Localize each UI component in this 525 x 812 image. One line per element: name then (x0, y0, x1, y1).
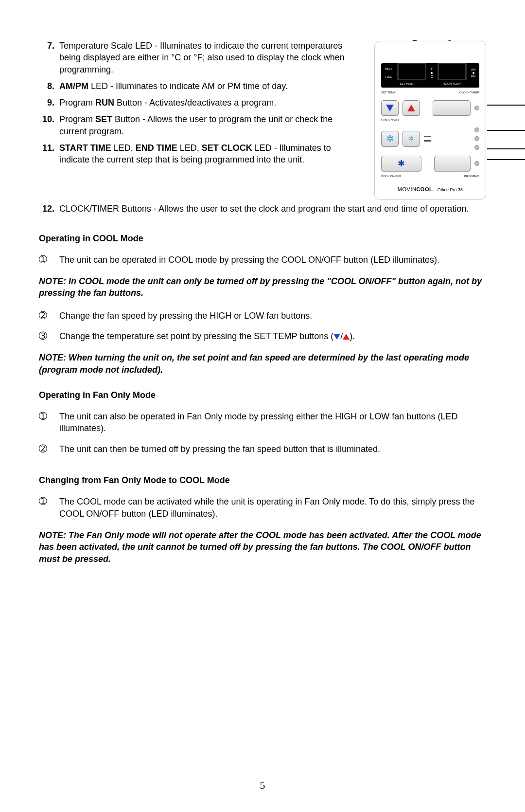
text: LED, (111, 143, 136, 153)
bold: END TIME (136, 143, 177, 153)
callout-leader (487, 130, 525, 131)
section-heading-cool: Operating in COOL Mode (39, 233, 486, 244)
control-panel-figure: 7 8 12 11 9 10 (365, 39, 486, 200)
temp-up-button[interactable] (402, 100, 420, 116)
text: Change the temperature set point by pres… (59, 331, 333, 341)
tank-label: TANK (385, 67, 393, 72)
callout-leader (487, 148, 525, 149)
list-item-10: 10. Program SET Button - Allows the user… (39, 112, 353, 141)
item-number: 11. (39, 142, 54, 166)
fan-icon: ✲ (386, 133, 394, 144)
item-number: 7. (39, 40, 54, 75)
f-led-label: F (431, 67, 433, 72)
item-body: START TIME LED, END TIME LED, SET CLOCK … (59, 142, 353, 166)
callout-11: 11 (487, 125, 525, 136)
step-mark: ➂ (39, 330, 50, 342)
item-number: 12. (39, 203, 54, 215)
program-run-led (474, 161, 479, 166)
ampm-leds: AM PM (471, 68, 475, 78)
am-led-label: AM (471, 68, 475, 72)
section-heading-fan: Operating in Fan Only Mode (39, 389, 486, 401)
callout-9: 9 (487, 143, 525, 155)
clock-timer-button[interactable] (433, 100, 471, 116)
step: ➁The unit can then be turned off by pres… (39, 440, 486, 461)
triangle-down-icon (333, 334, 340, 340)
bold: RUN (95, 98, 114, 108)
note-cool-2: NOTE: When turning the unit on, the set … (39, 352, 486, 376)
item-number: 9. (39, 97, 54, 108)
list-item-9: 9. Program RUN Button - Activates/deacti… (39, 96, 353, 112)
program-label: PROGRAM (464, 174, 479, 178)
cool-onoff-button[interactable]: ✱ (381, 156, 421, 171)
text: ). (350, 331, 355, 341)
item-body: Program RUN Button - Activates/deactivat… (59, 97, 353, 108)
step-text: The unit can then be turned off by press… (59, 443, 486, 455)
bold: START TIME (59, 143, 111, 153)
triangle-up-icon (343, 334, 350, 340)
program-set-button[interactable] (434, 156, 471, 171)
settemp-label: SET TEMP (381, 90, 396, 94)
brand-dot: . (433, 186, 435, 192)
text: Button - Activates/deactivates a program… (114, 98, 276, 108)
note-cool-1: NOTE: In COOL mode the unit can only be … (39, 275, 486, 299)
top-row: 7. Temperature Scale LED - Illuminates t… (39, 39, 486, 200)
model-name: Office Pro 36 (438, 187, 463, 192)
bold: SET CLOCK (202, 143, 252, 153)
numbered-list-column: 7. Temperature Scale LED - Illuminates t… (39, 39, 353, 170)
fan-high-button[interactable]: ✲ (381, 131, 399, 146)
setpoint-display (397, 63, 426, 80)
callout-10: 10 (487, 154, 525, 165)
page-number: 5 (0, 778, 525, 793)
item-number: 8. (39, 80, 54, 92)
step-mark: ➀ (39, 411, 50, 434)
setpoint-label: SET POINT (400, 82, 415, 86)
callout-12: 12 (487, 99, 525, 111)
fan-low-button[interactable]: ✲ (402, 131, 420, 146)
fanonoff-label: FAN ON/OFF (381, 118, 479, 122)
cool-steps-2: ➁Change the fan speed by pressing the HI… (39, 307, 486, 348)
step-mark: ➁ (39, 443, 50, 455)
button-row-temp (381, 100, 479, 116)
step-text: The unit can also be operated in Fan Onl… (59, 411, 486, 434)
step: ➂ Change the temperature set point by pr… (39, 327, 486, 348)
brand-cool: COOL (416, 186, 433, 192)
item-body: CLOCK/TIMER Buttons - Allows the user to… (59, 203, 486, 215)
step-mark: ➁ (39, 310, 50, 322)
led-dot (431, 72, 433, 74)
text: Program (59, 98, 95, 108)
step-text: The unit can be operated in COOL mode by… (59, 254, 486, 266)
coolonoff-label: COOL ON/OFF (381, 174, 401, 178)
clock-timer-led (474, 106, 479, 110)
fan-icon: ✲ (409, 135, 414, 143)
item-body: Temperature Scale LED - Illuminates to i… (59, 40, 353, 75)
bold: SET (95, 114, 112, 124)
temp-down-button[interactable] (381, 100, 399, 116)
brand-movin: MOVIN (398, 186, 417, 192)
feature-list-cont: 12. CLOCK/TIMER Buttons - Allows the use… (39, 202, 486, 218)
step-mark: ➀ (39, 254, 50, 266)
item-number: 10. (39, 113, 54, 137)
program-leds (474, 127, 479, 150)
clocktimer-label: CLOCK/TIMER (459, 90, 479, 94)
text: LED - Illuminates to indicate AM or PM t… (88, 81, 288, 91)
bold: AM/PM (59, 81, 88, 91)
step: ➀The COOL mode can be activated while th… (39, 493, 486, 525)
snowflake-icon: ✱ (398, 158, 405, 169)
step: ➀The unit can also be operated in Fan On… (39, 408, 486, 440)
led-dot (472, 72, 474, 74)
triangle-down-icon (386, 105, 394, 111)
step-mark: ➀ (39, 496, 50, 520)
step: ➁Change the fan speed by pressing the HI… (39, 307, 486, 327)
button-row-fan: ✲ ✲ (381, 127, 479, 150)
control-panel: TANK FULL F C AM (374, 41, 486, 200)
item-body: Program SET Button - Allows the user to … (59, 113, 353, 137)
text: Program (59, 114, 95, 124)
brand-line: MOVINCOOL.Office Pro 36 (381, 186, 479, 193)
pm-led-label: PM (471, 74, 475, 78)
list-item-7: 7. Temperature Scale LED - Illuminates t… (39, 39, 353, 79)
list-item-12: 12. CLOCK/TIMER Buttons - Allows the use… (39, 202, 486, 218)
callout-leader (487, 105, 525, 106)
fan-speed-bars (424, 136, 431, 142)
callout-leader (487, 159, 525, 160)
fan-steps: ➀The unit can also be operated in Fan On… (39, 408, 486, 461)
